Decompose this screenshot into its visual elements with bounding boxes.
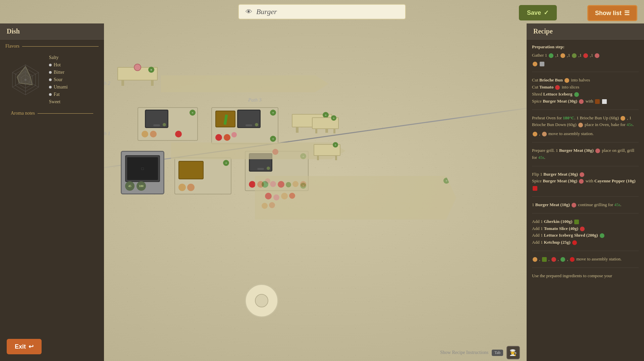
svg-marker-4 [17,66,32,85]
left-panel: Dish Flavors [0,23,104,361]
temp-180: 180°C [563,115,574,120]
oven-window: □ [127,157,158,180]
station-platform-2: + + [211,107,278,144]
path-arrow-2 [161,75,329,92]
dish-name-container: 👁 Burger [238,4,406,19]
tomato-ingredient [175,131,182,137]
umami-label: Umami [54,84,68,90]
step-add-lettuce: Add 1 Lettuce Iceberg Shred (200g) [532,232,639,239]
icon-meat-spice [579,99,584,104]
c3-b2 [269,202,275,208]
step-shred: Shred Lettuce Iceberg [532,91,639,98]
path-label-3: Path 3 [248,97,262,103]
icon-meat-grill [595,148,600,153]
cooking-area: h 2 h 1 Path 3 + + [104,23,527,344]
hot-label: Hot [54,62,61,68]
left-panel-title: Dish [0,23,104,40]
add-btn-conv[interactable]: + [443,178,449,184]
icon-bun-down [578,123,583,127]
prep-label: Preparation step: [532,44,639,51]
salty-label: Salty [49,55,59,60]
bitter-dot [49,71,52,74]
icon-bun-gather [533,62,537,66]
shelf-leg [121,80,124,86]
aroma-label: Aroma notes [11,111,93,116]
add-btn-3[interactable]: + [223,160,229,166]
time-45: 45s [627,122,633,127]
c-meat [270,181,276,187]
ing-2 [187,184,195,191]
c-tomato [278,181,284,188]
icon-bun-up [621,116,625,121]
icon-tomato [583,53,588,58]
tab-badge: Tab [492,350,503,356]
ing-burger-meat: Burger Meat (30g) [543,99,577,104]
step-flip: Flip 1 Burger Meat (30g) [532,171,639,178]
c2-bun [281,193,288,199]
step-cut-brioche: Cut Brioche Bun into halves [532,77,639,84]
ing-ketchup: Ketchup (25g) [544,240,570,245]
step-move-buns: , move to assembly station. [532,130,639,137]
t3 [231,132,237,137]
c2-t1 [265,193,272,199]
icon-bun-cut [565,78,569,83]
add-btn-out2[interactable]: + [333,142,338,147]
step-move-all: , , , , move to assembly station. [532,256,639,263]
station-platform-3: + [174,158,231,194]
path-label-1: h 1 [104,131,110,136]
icon-m5 [570,257,575,262]
time-45c: 45s [614,202,620,207]
add-btn-1[interactable]: + [190,110,196,116]
recipe-content[interactable]: Preparation step: Gather 1 ,1 ,1 ,1 ,1 C… [527,40,644,357]
icon-meat-c [579,179,584,184]
sour-label: Sour [54,77,62,82]
flavors-label: Flavors [5,44,99,49]
add-btn-2b[interactable]: + [270,136,276,142]
screen-ind-3 [267,167,270,170]
icon-meat-flip [580,172,584,177]
cayenne-label: Cayenne Pepper (10g) [594,178,636,183]
svg-point-11 [24,79,26,81]
aroma-section: Aroma notes [5,108,99,121]
bottom-bar: Show Recipe Instructions Tab 👨‍🍳 [104,344,527,361]
step-compose: Use the prepared ingredients to compose … [532,273,639,280]
step-add-tomato: Add 1 Tomato Slice (40g) [532,225,639,232]
icon-meat [595,53,599,58]
add-btn-2[interactable]: + [270,110,276,116]
flavor-sweet: Sweet [49,99,68,105]
eye-icon: 👁 [246,8,252,16]
icon-lettuce-add [600,233,604,238]
icon-m1 [533,257,537,262]
cutting-board-2 [178,161,204,179]
sweet-label: Sweet [49,99,60,105]
flavors-section: Flavors [0,40,104,125]
leg-o3 [317,155,319,160]
add-ingredient-btn[interactable]: + [148,67,154,73]
screen-indicator [163,123,166,126]
exit-button[interactable]: Exit ↩ [7,339,42,354]
t-b1 [249,181,256,188]
flavor-hot: Hot [49,62,68,68]
show-recipe-text: Show Recipe Instructions [440,350,488,355]
ing-tomato-slice: Tomato Slice (40g) [544,226,578,231]
screen-2 [237,110,261,128]
exit-label: Exit [15,343,26,350]
step-cut-tomato: Cut Tomato into slices [532,84,639,91]
ing-gherkin: Gherkin (100g) [544,219,572,224]
prep-gather: Gather 1 ,1 ,1 ,1 ,1 [532,52,639,59]
icon-bun-m1 [533,132,537,136]
assembly-station [245,284,278,317]
add-btn-out1[interactable]: + [331,115,336,121]
fat-dot [49,93,52,96]
ing-meat-cayenne: Burger Meat (30g) [543,178,577,183]
screen-ind-2 [255,123,258,126]
radar-container: Salty Hot Bitter Sour Umami [5,52,99,108]
recipe-step-add: Add 1 Gherkin (100g) Add 1 Tomato Slice … [532,218,639,251]
chef-button[interactable]: 👨‍🍳 [506,346,520,359]
radar-chart [5,60,46,100]
icon-salt [602,99,607,104]
c-gherkin [286,182,291,187]
bun-ingredient-2 [150,131,157,137]
icon-gherkin [572,53,577,58]
ing-1 [178,184,186,191]
